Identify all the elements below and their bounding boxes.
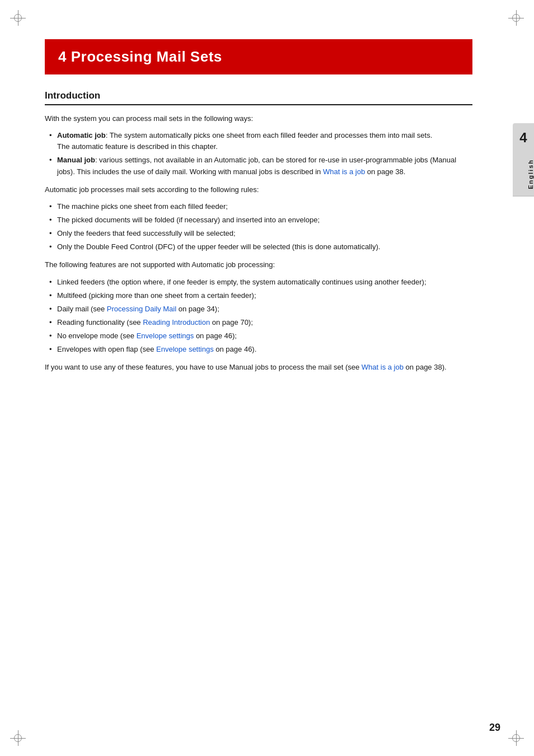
main-job-list: Automatic job: The system automatically … [45, 130, 472, 178]
rule-item-1: The machine picks one sheet from each fi… [45, 201, 472, 212]
automatic-job-item: Automatic job: The system automatically … [45, 130, 472, 152]
manual-job-term: Manual job [57, 156, 95, 164]
chapter-tab-number: 4 [513, 123, 534, 152]
introduction-section: Introduction With the system you can pro… [45, 90, 472, 374]
what-is-a-job-link-1[interactable]: What is a job [323, 167, 365, 176]
not-supported-list: Linked feeders (the option where, if one… [45, 277, 472, 356]
open-flap-suffix: on page 46). [214, 345, 257, 353]
not-supported-item-3: Daily mail (see Processing Daily Mail on… [45, 304, 472, 315]
rule-item-4: Only the Double Feed Control (DFC) of th… [45, 241, 472, 253]
reading-suffix: on page 70); [210, 318, 253, 326]
manual-job-item: Manual job: various settings, not availa… [45, 155, 472, 177]
automatic-job-term: Automatic job [57, 131, 106, 139]
no-envelope-suffix: on page 46); [194, 332, 237, 340]
corner-mark-tr [508, 10, 524, 26]
corner-mark-tl [10, 10, 26, 26]
manual-job-link-suffix: on page 38. [365, 167, 405, 176]
chapter-tab-english: English [513, 152, 534, 197]
content-area: 4 Processing Mail Sets Introduction With… [45, 39, 472, 374]
chapter-title: 4 Processing Mail Sets [58, 48, 459, 66]
automatic-job-subtext: The automatic feature is described in th… [57, 141, 472, 152]
intro-paragraph: With the system you can process mail set… [45, 113, 472, 124]
daily-mail-text: Daily mail (see [57, 305, 107, 313]
processing-daily-mail-link[interactable]: Processing Daily Mail [107, 305, 176, 313]
automatic-rules-list: The machine picks one sheet from each fi… [45, 201, 472, 253]
not-supported-item-5: No envelope mode (see Envelope settings … [45, 330, 472, 342]
no-envelope-text: No envelope mode (see [57, 332, 137, 340]
section-title: Introduction [45, 90, 472, 105]
automatic-rules-intro: Automatic job processes mail sets accord… [45, 184, 472, 195]
reading-text: Reading functionality (see [57, 318, 143, 326]
closing-paragraph: If you want to use any of these features… [45, 362, 472, 373]
chapter-tab: 4 English [513, 123, 534, 197]
closing-suffix: on page 38). [404, 363, 447, 371]
chapter-header: 4 Processing Mail Sets [45, 39, 472, 74]
rule-item-3: Only the feeders that feed successfully … [45, 228, 472, 239]
corner-mark-br [508, 730, 524, 746]
closing-prefix: If you want to use any of these features… [45, 363, 362, 371]
page-number: 29 [489, 722, 500, 734]
not-supported-item-4: Reading functionality (see Reading Intro… [45, 317, 472, 328]
not-supported-item-2: Multifeed (picking more than one sheet f… [45, 290, 472, 301]
envelope-settings-link-2[interactable]: Envelope settings [156, 345, 214, 353]
reading-introduction-link[interactable]: Reading Introduction [143, 318, 210, 326]
not-supported-item-6: Envelopes with open flap (see Envelope s… [45, 344, 472, 355]
not-supported-item-1: Linked feeders (the option where, if one… [45, 277, 472, 288]
corner-mark-bl [10, 730, 26, 746]
not-supported-intro: The following features are not supported… [45, 259, 472, 270]
what-is-a-job-link-2[interactable]: What is a job [362, 363, 404, 371]
envelope-settings-link-1[interactable]: Envelope settings [137, 332, 194, 340]
rule-item-2: The picked documents will be folded (if … [45, 214, 472, 226]
automatic-job-description: : The system automatically picks one she… [106, 131, 433, 139]
page-container: 4 English 4 Processing Mail Sets Introdu… [0, 0, 534, 756]
daily-mail-suffix: on page 34); [176, 305, 219, 313]
open-flap-text: Envelopes with open flap (see [57, 345, 156, 353]
